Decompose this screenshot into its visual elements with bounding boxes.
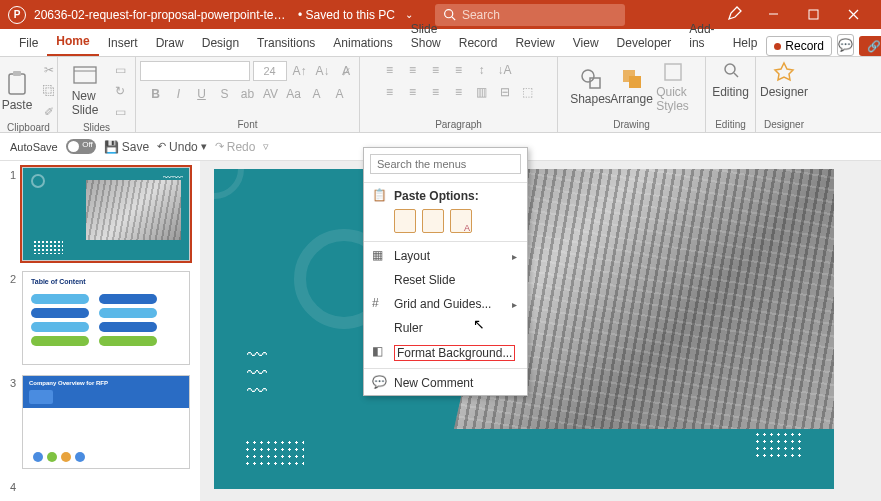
- paste-button[interactable]: Paste: [0, 70, 36, 112]
- minimize-button[interactable]: [753, 0, 793, 29]
- svg-line-16: [734, 73, 738, 77]
- designer-button[interactable]: Designer: [765, 61, 803, 99]
- font-family-select[interactable]: [140, 61, 250, 81]
- svg-rect-8: [74, 67, 96, 83]
- spacing-button[interactable]: AV: [261, 85, 281, 103]
- editing-button[interactable]: Editing: [712, 61, 750, 99]
- svg-rect-11: [590, 78, 600, 88]
- menu-grid-guides[interactable]: #Grid and Guides...▸: [364, 292, 527, 316]
- increase-font-button[interactable]: A↑: [290, 62, 310, 80]
- shapes-button[interactable]: Shapes: [572, 68, 610, 106]
- tab-file[interactable]: File: [10, 32, 47, 56]
- undo-button[interactable]: ↶ Undo ▾: [157, 140, 207, 154]
- paste-picture[interactable]: [422, 209, 444, 233]
- new-slide-button[interactable]: New Slide: [63, 65, 107, 117]
- slide-canvas[interactable]: 〰〰〰 〰〰〰〰: [200, 161, 881, 501]
- clipboard-icon: [6, 70, 28, 96]
- paste-keep-formatting[interactable]: [394, 209, 416, 233]
- menu-format-background[interactable]: ◧Format Background...: [364, 340, 527, 366]
- mouse-cursor-icon: ↖: [473, 316, 485, 332]
- close-button[interactable]: [833, 0, 873, 29]
- quick-styles-button[interactable]: Quick Styles: [654, 61, 692, 113]
- autosave-toggle[interactable]: Off: [66, 139, 96, 154]
- cut-button[interactable]: ✂: [39, 61, 59, 79]
- strike-button[interactable]: S: [215, 85, 235, 103]
- tab-help[interactable]: Help: [724, 32, 767, 56]
- tab-draw[interactable]: Draw: [147, 32, 193, 56]
- align-center-button[interactable]: ≡: [403, 83, 423, 101]
- tab-review[interactable]: Review: [506, 32, 563, 56]
- save-button[interactable]: 💾Save: [104, 140, 149, 154]
- align-text-button[interactable]: ⊟: [495, 83, 515, 101]
- group-drawing-label: Drawing: [613, 119, 650, 130]
- shadow-button[interactable]: ab: [238, 85, 258, 103]
- font-color-button[interactable]: A: [330, 85, 350, 103]
- menu-ruler[interactable]: Ruler: [364, 316, 527, 340]
- thumb-number: 1: [10, 167, 22, 261]
- bullets-button[interactable]: ≡: [380, 61, 400, 79]
- share-button[interactable]: 🔗 Share ▾: [859, 36, 881, 56]
- menu-layout[interactable]: ▦Layout▸: [364, 244, 527, 268]
- arrange-icon: [621, 68, 643, 90]
- increase-indent-button[interactable]: ≡: [449, 61, 469, 79]
- pen-icon[interactable]: [727, 5, 743, 24]
- svg-point-10: [582, 70, 594, 82]
- save-status[interactable]: • Saved to this PC: [298, 8, 395, 22]
- tab-record[interactable]: Record: [450, 32, 507, 56]
- decrease-font-button[interactable]: A↓: [313, 62, 333, 80]
- tab-home[interactable]: Home: [47, 30, 98, 56]
- slide-thumbnail-2[interactable]: Table of Content: [22, 271, 190, 365]
- highlight-button[interactable]: A: [307, 85, 327, 103]
- file-name: 20636-02-request-for-proposal-powerpoint…: [34, 8, 294, 22]
- chevron-right-icon: ▸: [512, 299, 517, 310]
- copy-button[interactable]: ⿻: [39, 82, 59, 100]
- tab-slideshow[interactable]: Slide Show: [402, 18, 450, 56]
- record-button[interactable]: Record: [766, 36, 832, 56]
- group-slides-label: Slides: [83, 122, 110, 133]
- italic-button[interactable]: I: [169, 85, 189, 103]
- clear-format-button[interactable]: A̷: [336, 62, 356, 80]
- bold-button[interactable]: B: [146, 85, 166, 103]
- svg-rect-7: [13, 71, 21, 76]
- maximize-button[interactable]: [793, 0, 833, 29]
- tab-transitions[interactable]: Transitions: [248, 32, 324, 56]
- layout-button[interactable]: ▭: [110, 61, 130, 79]
- menu-reset-slide[interactable]: Reset Slide: [364, 268, 527, 292]
- line-spacing-button[interactable]: ↕: [472, 61, 492, 79]
- slide-thumbnail-1[interactable]: 〰〰: [22, 167, 190, 261]
- svg-rect-13: [629, 76, 641, 88]
- section-button[interactable]: ▭: [110, 103, 130, 121]
- qat-customize[interactable]: ▿: [263, 140, 269, 153]
- case-button[interactable]: Aa: [284, 85, 304, 103]
- columns-button[interactable]: ▥: [472, 83, 492, 101]
- paste-options-header: 📋Paste Options:: [364, 185, 527, 205]
- tab-design[interactable]: Design: [193, 32, 248, 56]
- tab-developer[interactable]: Developer: [608, 32, 681, 56]
- smartart-button[interactable]: ⬚: [518, 83, 538, 101]
- arrange-button[interactable]: Arrange: [613, 68, 651, 106]
- tab-view[interactable]: View: [564, 32, 608, 56]
- font-size-select[interactable]: 24: [253, 61, 287, 81]
- tab-addins[interactable]: Add-ins: [680, 18, 723, 56]
- reset-button[interactable]: ↻: [110, 82, 130, 100]
- comments-button[interactable]: 💬: [837, 34, 854, 56]
- align-left-button[interactable]: ≡: [380, 83, 400, 101]
- decrease-indent-button[interactable]: ≡: [426, 61, 446, 79]
- tab-animations[interactable]: Animations: [324, 32, 401, 56]
- tab-insert[interactable]: Insert: [99, 32, 147, 56]
- search-box[interactable]: Search: [435, 4, 625, 26]
- menu-search-input[interactable]: [370, 154, 521, 174]
- paste-text-only[interactable]: A: [450, 209, 472, 233]
- menu-new-comment[interactable]: 💬New Comment: [364, 371, 527, 395]
- justify-button[interactable]: ≡: [449, 83, 469, 101]
- text-direction-button[interactable]: ↓A: [495, 61, 515, 79]
- redo-button[interactable]: ↷ Redo: [215, 140, 256, 154]
- numbering-button[interactable]: ≡: [403, 61, 423, 79]
- editing-icon: [722, 61, 740, 83]
- slide-thumbnail-3[interactable]: Company Overview for RFP: [22, 375, 190, 469]
- group-paragraph-label: Paragraph: [435, 119, 482, 130]
- thumb-number: 4: [10, 479, 22, 493]
- align-right-button[interactable]: ≡: [426, 83, 446, 101]
- format-painter-button[interactable]: ✐: [39, 103, 59, 121]
- underline-button[interactable]: U: [192, 85, 212, 103]
